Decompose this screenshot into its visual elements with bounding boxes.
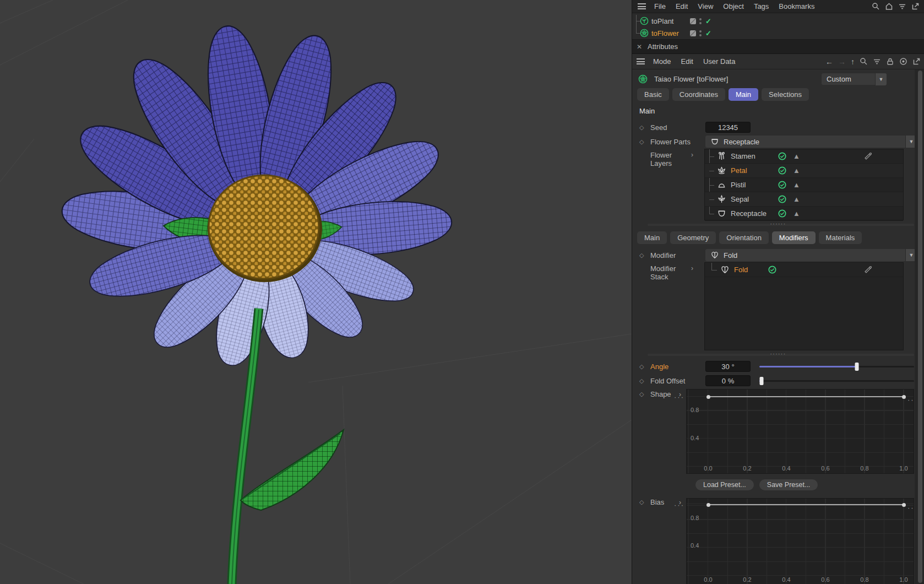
object-row-toplant[interactable]: toPlant ✓ bbox=[632, 15, 924, 27]
curve-line[interactable] bbox=[708, 396, 904, 397]
panel-splitter[interactable]: ······ bbox=[632, 220, 924, 229]
load-preset-button[interactable]: Load Preset... bbox=[695, 479, 754, 490]
enabled-check-icon[interactable]: ✓ bbox=[705, 29, 711, 37]
panel-splitter[interactable]: ······ bbox=[632, 350, 924, 359]
keyframe-diamond-icon[interactable]: ◇ bbox=[639, 377, 650, 385]
layer-row-sepal[interactable]: Sepal ▲ bbox=[705, 192, 903, 207]
visibility-dots-icon[interactable] bbox=[699, 18, 702, 24]
layer-toggle-icon[interactable] bbox=[690, 30, 696, 36]
search-icon[interactable] bbox=[872, 2, 880, 10]
viewport-3d[interactable] bbox=[0, 0, 632, 584]
angle-slider[interactable] bbox=[759, 362, 914, 371]
x-tick: 0.4 bbox=[782, 465, 790, 472]
layer-toggle-icon[interactable] bbox=[690, 18, 696, 24]
seed-input[interactable]: 12345 bbox=[705, 122, 751, 133]
menu-edit[interactable]: Edit bbox=[676, 57, 698, 66]
object-name[interactable]: toFlower bbox=[651, 29, 690, 37]
fold-offset-slider-handle[interactable] bbox=[760, 377, 764, 385]
menu-tags[interactable]: Tags bbox=[749, 2, 774, 10]
tab-selections[interactable]: Selections bbox=[762, 88, 809, 101]
filter-icon[interactable] bbox=[873, 57, 881, 66]
keyframe-diamond-icon[interactable]: ◇ bbox=[639, 138, 650, 145]
layer-row-stamen[interactable]: Stamen ▲ bbox=[705, 149, 903, 164]
visibility-dots-icon[interactable] bbox=[699, 30, 702, 36]
preset-dropdown[interactable]: Custom ▼ bbox=[822, 73, 887, 85]
angle-slider-handle[interactable] bbox=[855, 363, 859, 371]
pick-pencil-icon[interactable] bbox=[863, 152, 872, 160]
pick-pencil-icon[interactable] bbox=[863, 265, 872, 273]
keyframe-diamond-icon[interactable]: ◇ bbox=[639, 363, 650, 370]
tab-geometry[interactable]: Geometry bbox=[670, 231, 716, 244]
layer-row-petal[interactable]: Petal ▲ bbox=[705, 164, 903, 178]
fold-offset-input[interactable]: 0 % bbox=[705, 375, 751, 386]
tab-materials[interactable]: Materials bbox=[819, 231, 862, 244]
tab-basic[interactable]: Basic bbox=[637, 88, 669, 101]
plant-generator-icon[interactable] bbox=[640, 17, 649, 25]
curve-point[interactable] bbox=[902, 503, 906, 507]
enabled-check-icon[interactable] bbox=[778, 152, 786, 160]
enabled-check-icon[interactable] bbox=[778, 166, 786, 175]
menu-edit[interactable]: Edit bbox=[671, 2, 693, 10]
keyframe-diamond-icon[interactable]: ◇ bbox=[639, 391, 650, 398]
menu-mode[interactable]: Mode bbox=[648, 57, 676, 66]
tab-main[interactable]: Main bbox=[729, 88, 758, 101]
enabled-check-icon[interactable] bbox=[778, 209, 786, 218]
stack-row-fold[interactable]: Fold bbox=[705, 263, 903, 277]
keyframe-diamond-icon[interactable]: ◇ bbox=[639, 499, 650, 506]
enabled-check-icon[interactable] bbox=[778, 195, 786, 203]
menu-view[interactable]: View bbox=[693, 2, 718, 10]
fold-offset-slider[interactable] bbox=[759, 376, 914, 385]
enabled-check-icon[interactable] bbox=[778, 181, 786, 189]
forward-arrow-icon[interactable]: → bbox=[838, 57, 846, 66]
menu-bookmarks[interactable]: Bookmarks bbox=[774, 2, 819, 10]
solo-triangle-icon[interactable]: ▲ bbox=[793, 152, 800, 160]
hamburger-icon[interactable] bbox=[638, 3, 646, 9]
tab-modifiers[interactable]: Modifiers bbox=[772, 231, 816, 244]
flower-parts-dropdown[interactable]: Receptacle ▼ bbox=[705, 136, 917, 148]
shape-curve-editor[interactable]: ·· 0.8 0.4 0.0 0.2 0.4 0.6 0.8 1.0 bbox=[686, 389, 914, 474]
back-arrow-icon[interactable]: ← bbox=[825, 57, 833, 66]
x-tick: 0.6 bbox=[821, 465, 829, 472]
undock-icon[interactable] bbox=[912, 57, 921, 66]
solo-triangle-icon[interactable]: ▲ bbox=[793, 181, 800, 189]
keyframe-diamond-icon[interactable]: ◇ bbox=[639, 124, 650, 131]
home-icon[interactable] bbox=[885, 2, 893, 10]
curve-point[interactable] bbox=[706, 503, 710, 507]
receptacle-icon bbox=[717, 209, 726, 218]
curve-line[interactable] bbox=[708, 504, 904, 505]
bias-curve-editor[interactable]: ·· 0.8 0.4 0.0 0.2 0.4 0.6 0.8 1.0 bbox=[686, 498, 914, 584]
solo-triangle-icon[interactable]: ▲ bbox=[793, 195, 800, 203]
flower-generator-icon[interactable] bbox=[640, 29, 649, 37]
modifier-dropdown[interactable]: Fold ▼ bbox=[705, 249, 917, 261]
keyframe-diamond-icon[interactable]: ◇ bbox=[639, 252, 650, 259]
undock-icon[interactable] bbox=[911, 2, 920, 10]
tab-main[interactable]: Main bbox=[637, 231, 667, 244]
curve-extension-dots: ··· bbox=[674, 396, 684, 399]
layer-row-receptacle[interactable]: Receptacle ▲ bbox=[705, 207, 903, 221]
lock-icon[interactable] bbox=[886, 57, 894, 66]
tab-coordinates[interactable]: Coordinates bbox=[672, 88, 725, 101]
object-name[interactable]: toPlant bbox=[651, 17, 690, 25]
curve-point[interactable] bbox=[706, 395, 710, 399]
track-object-icon[interactable] bbox=[899, 57, 907, 66]
menu-file[interactable]: File bbox=[649, 2, 671, 10]
close-icon[interactable]: ✕ bbox=[637, 43, 642, 51]
chevron-down-icon[interactable]: ▼ bbox=[875, 73, 887, 85]
search-icon[interactable] bbox=[860, 57, 868, 66]
save-preset-button[interactable]: Save Preset... bbox=[759, 479, 818, 490]
solo-triangle-icon[interactable]: ▲ bbox=[793, 209, 800, 218]
curve-point[interactable] bbox=[902, 395, 906, 399]
solo-triangle-icon[interactable]: ▲ bbox=[793, 166, 800, 175]
enabled-check-icon[interactable] bbox=[768, 266, 776, 274]
layer-row-pistil[interactable]: Pistil ▲ bbox=[705, 178, 903, 192]
tab-orientation[interactable]: Orientation bbox=[719, 231, 769, 244]
menu-user-data[interactable]: User Data bbox=[698, 57, 741, 66]
hamburger-icon[interactable] bbox=[637, 58, 645, 64]
scrollbar-thumb[interactable] bbox=[918, 71, 922, 583]
object-row-toflower[interactable]: toFlower ✓ bbox=[632, 27, 924, 39]
enabled-check-icon[interactable]: ✓ bbox=[705, 17, 711, 25]
filter-icon[interactable] bbox=[898, 2, 906, 10]
angle-input[interactable]: 30 ° bbox=[705, 361, 751, 372]
up-arrow-icon[interactable]: ↑ bbox=[851, 57, 855, 66]
menu-object[interactable]: Object bbox=[718, 2, 749, 10]
